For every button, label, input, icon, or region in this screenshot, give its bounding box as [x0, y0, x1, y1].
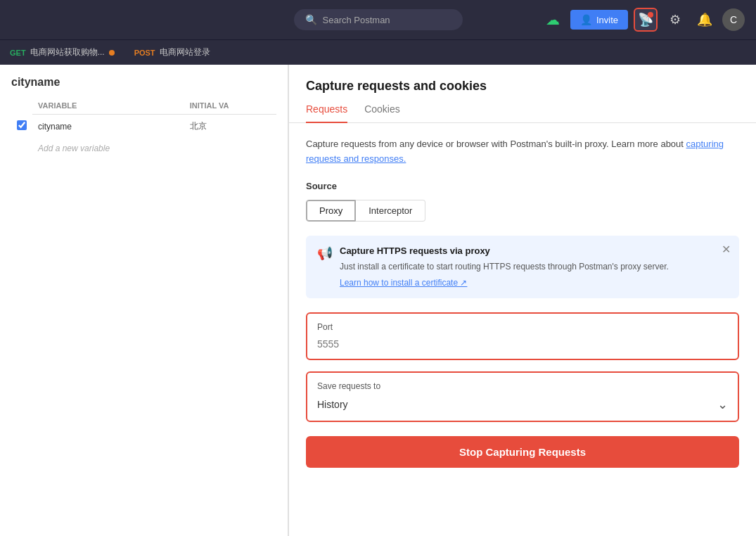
- port-input[interactable]: [317, 338, 728, 350]
- header: 🔍 Search Postman ☁ 👤 Invite 📡 ⚙ 🔔 C: [0, 0, 756, 39]
- description-text: Capture requests from any device or brow…: [306, 139, 686, 149]
- invite-button[interactable]: 👤 Invite: [570, 10, 628, 30]
- tab-get-dot: [109, 50, 115, 56]
- tab-requests[interactable]: Requests: [306, 96, 347, 123]
- info-banner: 📢 Capture HTTPS requests via proxy Just …: [306, 236, 739, 298]
- checkbox-cell[interactable]: [11, 115, 32, 139]
- tab-get-name: 电商网站获取购物...: [30, 46, 105, 58]
- bell-icon: 🔔: [697, 12, 712, 27]
- search-placeholder: Search Postman: [323, 15, 390, 25]
- tab-post-method: POST: [134, 49, 155, 57]
- env-name: cityname: [11, 76, 276, 89]
- notifications-icon-btn[interactable]: 🔔: [693, 8, 717, 32]
- var-value-cell: 北京: [184, 115, 276, 139]
- sync-icon-btn[interactable]: ☁: [541, 8, 565, 32]
- row-checkbox[interactable]: [17, 120, 27, 130]
- invite-person-icon: 👤: [580, 14, 592, 25]
- banner-icon: 📢: [317, 245, 333, 288]
- banner-content: Capture HTTPS requests via proxy Just in…: [340, 245, 728, 288]
- source-buttons: Proxy Interceptor: [306, 200, 739, 222]
- tab-get-method: GET: [10, 49, 26, 57]
- col-variable: VARIABLE: [32, 97, 184, 115]
- banner-title: Capture HTTPS requests via proxy: [340, 245, 728, 256]
- capture-icon-btn[interactable]: 📡: [634, 8, 658, 32]
- source-label: Source: [306, 181, 739, 191]
- tabs-row: GET 电商网站获取购物... POST 电商网站登录: [0, 39, 756, 65]
- invite-label: Invite: [596, 15, 618, 25]
- banner-text: Just install a certificate to start rout…: [340, 260, 728, 273]
- settings-icon-btn[interactable]: ⚙: [663, 8, 687, 32]
- save-requests-label: Save requests to: [317, 381, 728, 391]
- banner-link[interactable]: Learn how to install a certificate ↗: [340, 278, 467, 288]
- tab-cookies[interactable]: Cookies: [364, 96, 400, 123]
- save-requests-section: Save requests to History ⌄: [306, 371, 739, 422]
- modal: Capture requests and cookies Requests Co…: [288, 65, 756, 536]
- var-name-cell: cityname: [32, 115, 184, 139]
- add-variable-label[interactable]: Add a new variable: [32, 138, 184, 159]
- proxy-button[interactable]: Proxy: [306, 200, 356, 222]
- env-table: VARIABLE INITIAL VA cityname 北京 Add a ne…: [11, 97, 276, 159]
- modal-tabs: Requests Cookies: [289, 96, 756, 123]
- modal-body: Capture requests from any device or brow…: [289, 123, 756, 536]
- main-layout: cityname VARIABLE INITIAL VA cityname 北京: [0, 65, 756, 536]
- right-panel: cityname ••• 💾 Save Persi Capture reques…: [288, 65, 756, 536]
- search-bar[interactable]: 🔍 Search Postman: [294, 9, 463, 30]
- description: Capture requests from any device or brow…: [306, 137, 739, 167]
- header-right: ☁ 👤 Invite 📡 ⚙ 🔔 C: [463, 8, 745, 32]
- gear-icon: ⚙: [669, 12, 681, 27]
- tab-post[interactable]: POST 电商网站登录: [124, 40, 220, 65]
- tab-get[interactable]: GET 电商网站获取购物...: [0, 40, 124, 65]
- tab-post-name: 电商网站登录: [160, 46, 210, 58]
- save-requests-value: History: [317, 399, 348, 410]
- stop-capturing-button[interactable]: Stop Capturing Requests: [306, 436, 739, 468]
- save-requests-select[interactable]: History ⌄: [317, 397, 728, 412]
- table-row: cityname 北京: [11, 115, 276, 139]
- port-field-section: Port: [306, 312, 739, 360]
- chevron-down-icon: ⌄: [717, 397, 728, 412]
- capture-badge: [648, 12, 653, 18]
- add-variable-row[interactable]: Add a new variable: [11, 138, 276, 159]
- interceptor-button[interactable]: Interceptor: [356, 200, 425, 222]
- modal-title: Capture requests and cookies: [306, 79, 739, 94]
- modal-header: Capture requests and cookies: [289, 65, 756, 94]
- search-icon: 🔍: [305, 14, 317, 25]
- avatar[interactable]: C: [722, 8, 745, 31]
- port-label: Port: [317, 322, 728, 332]
- left-panel: cityname VARIABLE INITIAL VA cityname 北京: [0, 65, 288, 536]
- add-checkbox-cell: [11, 138, 32, 159]
- col-initial-value: INITIAL VA: [184, 97, 276, 115]
- banner-close-icon[interactable]: ✕: [722, 243, 731, 256]
- col-checkbox: [11, 97, 32, 115]
